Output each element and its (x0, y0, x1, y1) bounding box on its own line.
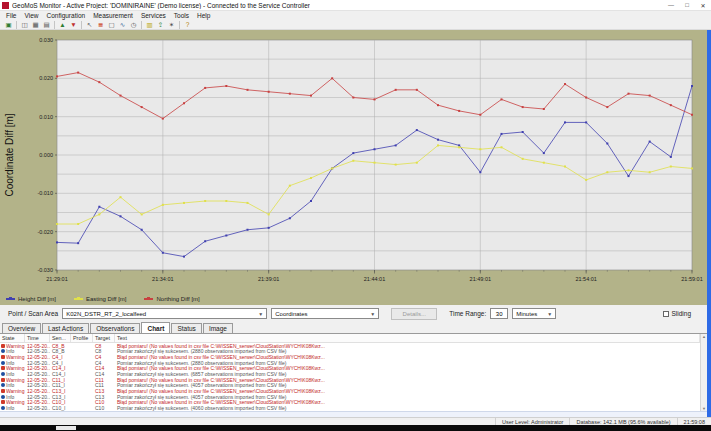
maximize-button[interactable]: □ (679, 0, 695, 10)
svg-text:21:44:01: 21:44:01 (364, 276, 385, 282)
warning-icon (1, 389, 5, 393)
tools-icon[interactable]: ✶ (167, 20, 176, 29)
chevron-down-icon: ▼ (544, 311, 552, 317)
time-cell: 12-05-20... (25, 405, 50, 411)
info-icon (1, 361, 5, 365)
tab-image[interactable]: Image (203, 323, 233, 333)
column-header-sen: Sen... (50, 334, 71, 342)
column-header-state: State (0, 334, 25, 342)
table-header: StateTimeSen...ProfileTargetText (0, 334, 711, 343)
legend-marker-icon (6, 298, 15, 300)
taskbar-item (56, 426, 76, 430)
point-select-value: K02N_DSTR_RT_2_localfeed (66, 311, 146, 317)
table-vertical-scrollbar[interactable]: ▲ ▼ (700, 334, 707, 411)
svg-text:0.010: 0.010 (39, 114, 53, 120)
info-icon (1, 383, 5, 387)
toolbar-separator (81, 21, 82, 29)
chevron-down-icon: ▼ (255, 311, 263, 317)
user-level-status: User Level: Administrator (495, 418, 569, 425)
scroll-down-icon[interactable]: ▼ (702, 406, 706, 411)
warning-icon (1, 344, 5, 348)
cursor-icon[interactable]: ↖ (85, 20, 94, 29)
info-icon (1, 372, 5, 376)
print-icon[interactable]: ▦ (31, 20, 40, 29)
sliding-label: Sliding (671, 310, 691, 317)
column-header-text: Text (115, 334, 700, 342)
legend-item-height: Height Diff [m] (6, 296, 56, 302)
menu-bar: FileViewConfigurationMeasurementServices… (0, 11, 711, 20)
toolbar-separator (179, 21, 180, 29)
details-button[interactable]: Details... (391, 308, 437, 320)
menu-item-file[interactable]: File (2, 12, 20, 19)
time-range-input[interactable] (490, 308, 508, 319)
copy-icon[interactable]: ◫ (20, 20, 29, 29)
help-icon[interactable]: ? (183, 20, 192, 29)
project-icon[interactable]: ▣ (4, 20, 13, 29)
chart-type-select[interactable]: Coordinates ▼ (271, 308, 379, 319)
menu-item-configuration[interactable]: Configuration (42, 12, 89, 19)
tab-status[interactable]: Status (171, 323, 201, 333)
menu-item-help[interactable]: Help (193, 12, 214, 19)
tab-observations[interactable]: Observations (90, 323, 140, 333)
text-cell: Pomiar zakończył się sukcesem. (4060 obs… (115, 405, 287, 411)
warning-icon (1, 378, 5, 382)
svg-text:-0.020: -0.020 (37, 229, 53, 235)
time-unit-select[interactable]: Minutes ▼ (512, 308, 556, 319)
chart-canvas[interactable]: 0.0300.0200.0100.000-0.010-0.020-0.03021… (0, 30, 711, 305)
svg-text:0.030: 0.030 (39, 37, 53, 43)
minimize-button[interactable]: — (663, 0, 679, 10)
toolbar: ▣◫▦▤▲▼↖≣▢∿◷▥⇪✶? (0, 20, 711, 30)
info-icon (1, 395, 5, 399)
info-icon (1, 349, 5, 353)
export-icon[interactable]: ⇪ (156, 20, 165, 29)
column-header-target: Target (93, 334, 115, 342)
table-row[interactable]: Info12-05-20...C10_IC10Pomiar zakończył … (0, 405, 711, 411)
warning-icon (1, 355, 5, 359)
clock-status: 21:59:08 (677, 418, 711, 425)
tab-chart[interactable]: Chart (141, 322, 170, 333)
point-select[interactable]: K02N_DSTR_RT_2_localfeed ▼ (62, 308, 267, 319)
menu-item-tools[interactable]: Tools (170, 12, 193, 19)
svg-text:21:59:01: 21:59:01 (681, 276, 702, 282)
menu-item-view[interactable]: View (20, 12, 42, 19)
monitor-view-icon[interactable]: ▢ (107, 20, 116, 29)
menu-item-measurement[interactable]: Measurement (89, 12, 137, 19)
svg-text:-0.030: -0.030 (37, 267, 53, 273)
toolbar-separator (141, 21, 142, 29)
scroll-up-icon[interactable]: ▲ (702, 334, 706, 339)
status-bar: User Level: Administrator Database: 142.… (0, 417, 711, 425)
y-axis-label: Coordinate Diff [m] (4, 113, 15, 196)
legend-label: Northing Diff [m] (156, 296, 199, 302)
sensor-cell: C10_I (50, 405, 71, 411)
sliding-checkbox[interactable] (663, 311, 669, 317)
legend-item-northing: Northing Diff [m] (144, 296, 199, 302)
title-bar: GeoMoS Monitor - Active Project: 'DOMINI… (0, 0, 711, 11)
start-measurement-icon[interactable]: ▲ (58, 20, 67, 29)
svg-text:-0.010: -0.010 (37, 190, 53, 196)
report-icon[interactable]: ▤ (42, 20, 51, 29)
info-icon (1, 406, 5, 410)
svg-text:21:54:01: 21:54:01 (575, 276, 596, 282)
app-window: GeoMoS Monitor - Active Project: 'DOMINI… (0, 0, 711, 431)
tab-overview[interactable]: Overview (2, 323, 41, 333)
toolbar-separator (54, 21, 55, 29)
clock-icon[interactable]: ◷ (129, 20, 138, 29)
legend-marker-icon (144, 298, 153, 300)
svg-text:21:29:01: 21:29:01 (46, 276, 67, 282)
stop-measurement-icon[interactable]: ▼ (69, 20, 78, 29)
sliding-option: Sliding (663, 310, 691, 317)
analysis-icon[interactable]: ▥ (145, 20, 154, 29)
close-button[interactable]: ✕ (695, 0, 711, 10)
tab-last-actions[interactable]: Last Actions (42, 323, 89, 333)
legend-label: Easting Diff [m] (86, 296, 127, 302)
column-header-profile: Profile (71, 334, 93, 342)
state-label: Info (6, 405, 14, 411)
chart-type-value: Coordinates (275, 311, 307, 317)
database-status: Database: 142.1 MB (95.6% available) (569, 418, 676, 425)
legend-item-easting: Easting Diff [m] (74, 296, 127, 302)
menu-item-services[interactable]: Services (137, 12, 170, 19)
limits-icon[interactable]: ≣ (96, 20, 105, 29)
time-unit-value: Minutes (516, 311, 537, 317)
chart-view-icon[interactable]: ∿ (118, 20, 127, 29)
svg-text:21:39:01: 21:39:01 (258, 276, 279, 282)
